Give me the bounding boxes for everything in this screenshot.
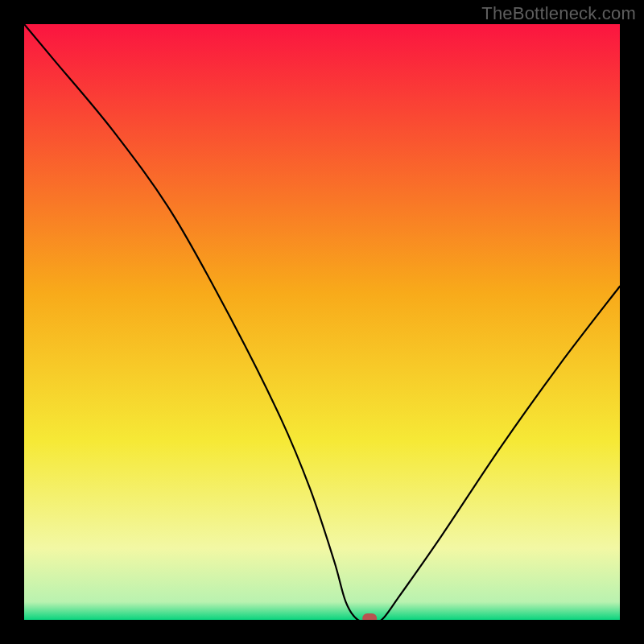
bottleneck-chart — [24, 24, 620, 620]
chart-frame: TheBottleneck.com — [0, 0, 644, 644]
plot-area — [24, 24, 620, 620]
watermark-text: TheBottleneck.com — [481, 3, 636, 24]
gradient-background — [24, 24, 620, 620]
optimal-marker — [362, 613, 377, 620]
